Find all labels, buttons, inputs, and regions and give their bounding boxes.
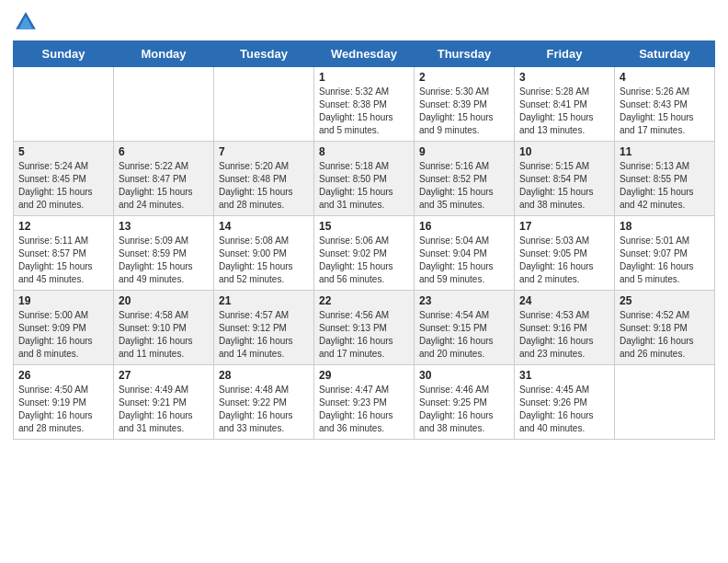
day-cell-22: 22Sunrise: 4:56 AM Sunset: 9:13 PM Dayli… [314, 291, 415, 365]
weekday-header-row: SundayMondayTuesdayWednesdayThursdayFrid… [14, 41, 715, 67]
day-number: 7 [219, 145, 309, 158]
empty-cell [615, 365, 715, 440]
day-cell-3: 3Sunrise: 5:28 AM Sunset: 8:41 PM Daylig… [515, 67, 615, 142]
day-cell-23: 23Sunrise: 4:54 AM Sunset: 9:15 PM Dayli… [415, 291, 515, 365]
day-cell-7: 7Sunrise: 5:20 AM Sunset: 8:48 PM Daylig… [214, 142, 314, 216]
day-number: 6 [119, 145, 209, 158]
weekday-thursday: Thursday [415, 41, 515, 67]
day-cell-2: 2Sunrise: 5:30 AM Sunset: 8:39 PM Daylig… [415, 67, 515, 142]
weekday-friday: Friday [515, 41, 615, 67]
day-cell-9: 9Sunrise: 5:16 AM Sunset: 8:52 PM Daylig… [415, 142, 515, 216]
empty-cell [214, 67, 314, 142]
empty-cell [14, 67, 114, 142]
day-cell-28: 28Sunrise: 4:48 AM Sunset: 9:22 PM Dayli… [214, 365, 314, 440]
day-number: 12 [18, 220, 108, 233]
day-cell-8: 8Sunrise: 5:18 AM Sunset: 8:50 PM Daylig… [314, 142, 415, 216]
day-cell-13: 13Sunrise: 5:09 AM Sunset: 8:59 PM Dayli… [114, 216, 214, 291]
day-number: 23 [419, 294, 509, 307]
day-info: Sunrise: 4:48 AM Sunset: 9:22 PM Dayligh… [219, 384, 309, 435]
day-info: Sunrise: 4:54 AM Sunset: 9:15 PM Dayligh… [419, 309, 509, 361]
day-cell-4: 4Sunrise: 5:26 AM Sunset: 8:43 PM Daylig… [615, 67, 715, 142]
day-info: Sunrise: 5:24 AM Sunset: 8:45 PM Dayligh… [18, 160, 108, 212]
day-info: Sunrise: 5:15 AM Sunset: 8:54 PM Dayligh… [519, 160, 609, 212]
day-number: 17 [519, 220, 609, 233]
weekday-saturday: Saturday [615, 41, 715, 67]
day-info: Sunrise: 5:01 AM Sunset: 9:07 PM Dayligh… [620, 235, 710, 286]
logo [13, 9, 42, 35]
week-row-2: 5Sunrise: 5:24 AM Sunset: 8:45 PM Daylig… [14, 142, 715, 216]
week-row-1: 1Sunrise: 5:32 AM Sunset: 8:38 PM Daylig… [14, 67, 715, 142]
day-info: Sunrise: 5:03 AM Sunset: 9:05 PM Dayligh… [519, 235, 609, 286]
day-cell-17: 17Sunrise: 5:03 AM Sunset: 9:05 PM Dayli… [515, 216, 615, 291]
day-number: 25 [620, 294, 710, 307]
day-cell-5: 5Sunrise: 5:24 AM Sunset: 8:45 PM Daylig… [14, 142, 114, 216]
day-number: 5 [18, 145, 108, 158]
day-number: 8 [319, 145, 409, 158]
day-number: 1 [319, 71, 409, 84]
day-number: 18 [620, 220, 710, 233]
day-cell-10: 10Sunrise: 5:15 AM Sunset: 8:54 PM Dayli… [515, 142, 615, 216]
day-info: Sunrise: 5:11 AM Sunset: 8:57 PM Dayligh… [18, 235, 108, 286]
day-info: Sunrise: 4:45 AM Sunset: 9:26 PM Dayligh… [519, 384, 609, 435]
day-number: 26 [18, 369, 108, 382]
day-cell-14: 14Sunrise: 5:08 AM Sunset: 9:00 PM Dayli… [214, 216, 314, 291]
day-info: Sunrise: 5:13 AM Sunset: 8:55 PM Dayligh… [620, 160, 710, 212]
weekday-monday: Monday [114, 41, 214, 67]
day-number: 11 [620, 145, 710, 158]
weekday-sunday: Sunday [14, 41, 114, 67]
day-number: 27 [119, 369, 209, 382]
weekday-tuesday: Tuesday [214, 41, 314, 67]
day-cell-21: 21Sunrise: 4:57 AM Sunset: 9:12 PM Dayli… [214, 291, 314, 365]
day-info: Sunrise: 4:53 AM Sunset: 9:16 PM Dayligh… [519, 309, 609, 361]
day-cell-16: 16Sunrise: 5:04 AM Sunset: 9:04 PM Dayli… [415, 216, 515, 291]
day-info: Sunrise: 4:57 AM Sunset: 9:12 PM Dayligh… [219, 309, 309, 361]
day-number: 31 [519, 369, 609, 382]
day-cell-26: 26Sunrise: 4:50 AM Sunset: 9:19 PM Dayli… [14, 365, 114, 440]
day-info: Sunrise: 5:09 AM Sunset: 8:59 PM Dayligh… [119, 235, 209, 286]
day-info: Sunrise: 5:32 AM Sunset: 8:38 PM Dayligh… [319, 86, 409, 137]
day-info: Sunrise: 4:52 AM Sunset: 9:18 PM Dayligh… [620, 309, 710, 361]
day-info: Sunrise: 4:58 AM Sunset: 9:10 PM Dayligh… [119, 309, 209, 361]
day-info: Sunrise: 5:18 AM Sunset: 8:50 PM Dayligh… [319, 160, 409, 212]
day-cell-18: 18Sunrise: 5:01 AM Sunset: 9:07 PM Dayli… [615, 216, 715, 291]
logo-icon [13, 9, 39, 35]
day-info: Sunrise: 5:04 AM Sunset: 9:04 PM Dayligh… [419, 235, 509, 286]
day-number: 2 [419, 71, 509, 84]
day-info: Sunrise: 4:46 AM Sunset: 9:25 PM Dayligh… [419, 384, 509, 435]
day-info: Sunrise: 4:47 AM Sunset: 9:23 PM Dayligh… [319, 384, 409, 435]
day-info: Sunrise: 5:26 AM Sunset: 8:43 PM Dayligh… [620, 86, 710, 137]
day-cell-6: 6Sunrise: 5:22 AM Sunset: 8:47 PM Daylig… [114, 142, 214, 216]
week-row-4: 19Sunrise: 5:00 AM Sunset: 9:09 PM Dayli… [14, 291, 715, 365]
day-number: 3 [519, 71, 609, 84]
day-cell-31: 31Sunrise: 4:45 AM Sunset: 9:26 PM Dayli… [515, 365, 615, 440]
day-cell-29: 29Sunrise: 4:47 AM Sunset: 9:23 PM Dayli… [314, 365, 415, 440]
day-info: Sunrise: 5:30 AM Sunset: 8:39 PM Dayligh… [419, 86, 509, 137]
day-number: 24 [519, 294, 609, 307]
day-info: Sunrise: 5:00 AM Sunset: 9:09 PM Dayligh… [18, 309, 108, 361]
day-number: 13 [119, 220, 209, 233]
day-info: Sunrise: 4:56 AM Sunset: 9:13 PM Dayligh… [319, 309, 409, 361]
day-number: 15 [319, 220, 409, 233]
day-number: 14 [219, 220, 309, 233]
day-info: Sunrise: 5:16 AM Sunset: 8:52 PM Dayligh… [419, 160, 509, 212]
day-number: 30 [419, 369, 509, 382]
day-number: 22 [319, 294, 409, 307]
day-number: 16 [419, 220, 509, 233]
week-row-5: 26Sunrise: 4:50 AM Sunset: 9:19 PM Dayli… [14, 365, 715, 440]
day-cell-12: 12Sunrise: 5:11 AM Sunset: 8:57 PM Dayli… [14, 216, 114, 291]
header [13, 9, 715, 35]
day-info: Sunrise: 5:22 AM Sunset: 8:47 PM Dayligh… [119, 160, 209, 212]
day-info: Sunrise: 5:08 AM Sunset: 9:00 PM Dayligh… [219, 235, 309, 286]
page: SundayMondayTuesdayWednesdayThursdayFrid… [0, 0, 728, 449]
day-number: 19 [18, 294, 108, 307]
day-number: 4 [620, 71, 710, 84]
day-cell-15: 15Sunrise: 5:06 AM Sunset: 9:02 PM Dayli… [314, 216, 415, 291]
day-number: 10 [519, 145, 609, 158]
day-info: Sunrise: 5:06 AM Sunset: 9:02 PM Dayligh… [319, 235, 409, 286]
day-info: Sunrise: 4:50 AM Sunset: 9:19 PM Dayligh… [18, 384, 108, 435]
day-cell-11: 11Sunrise: 5:13 AM Sunset: 8:55 PM Dayli… [615, 142, 715, 216]
day-number: 21 [219, 294, 309, 307]
day-number: 20 [119, 294, 209, 307]
week-row-3: 12Sunrise: 5:11 AM Sunset: 8:57 PM Dayli… [14, 216, 715, 291]
calendar-table: SundayMondayTuesdayWednesdayThursdayFrid… [13, 40, 715, 440]
